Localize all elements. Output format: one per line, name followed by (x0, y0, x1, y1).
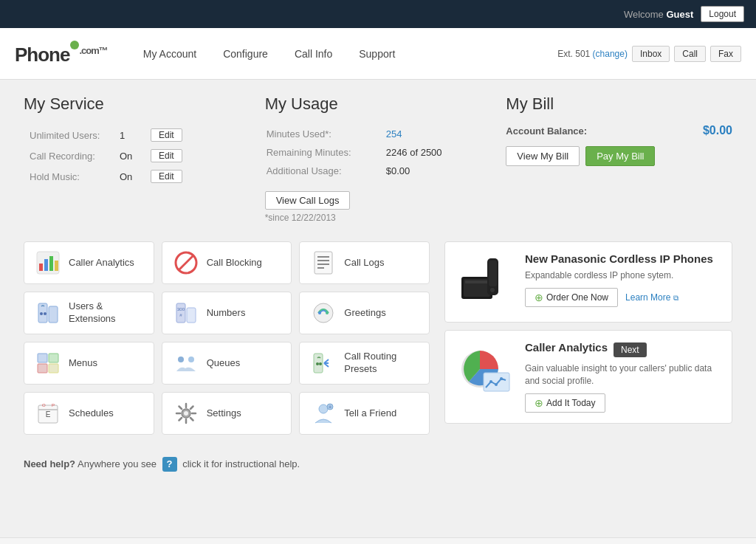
tile-numbers[interactable]: 300 # Numbers (162, 292, 292, 334)
tile-label-greetings: Greetings (344, 307, 385, 320)
tile-label-numbers: Numbers (207, 307, 246, 320)
edit-button-0[interactable]: Edit (151, 128, 182, 142)
tile-tell-a-friend[interactable]: + Tell a Friend (299, 392, 430, 435)
svg-point-22 (326, 311, 329, 314)
tile-queues[interactable]: Queues (162, 342, 292, 385)
svg-rect-26 (49, 364, 58, 373)
tile-label-queues: Queues (207, 357, 241, 370)
usage-label-0: Minutes Used*: (267, 125, 385, 142)
tile-label-caller-analytics: Caller Analytics (69, 257, 134, 269)
top-bar: Welcome Guest Logout (0, 0, 756, 28)
promo-panasonic: New Panasonic Cordless IP Phones Expanda… (444, 241, 732, 323)
add-it-today-button[interactable]: ⊕ Add It Today (525, 393, 605, 413)
table-row: Hold Music: On Edit (25, 167, 249, 186)
tile-greetings[interactable]: Greetings (299, 292, 430, 334)
help-suffix: click it for instructional help. (182, 458, 300, 469)
view-bill-button[interactable]: View My Bill (506, 146, 580, 166)
bill-buttons: View My Bill Pay My Bill (506, 146, 732, 166)
edit-button-2[interactable]: Edit (151, 170, 182, 183)
usage-value-0: 254 (386, 125, 490, 142)
friend-icon: + (310, 400, 337, 427)
tile-caller-analytics[interactable]: Caller Analytics (24, 241, 154, 284)
change-ext[interactable]: (change) (593, 49, 628, 59)
service-table: Unlimited Users: 1 Edit Call Recording: … (24, 124, 250, 187)
svg-rect-15 (49, 306, 58, 323)
svg-point-39 (319, 404, 328, 413)
usage-label-2: Additional Usage: (267, 162, 385, 179)
nav-my-account[interactable]: My Account (130, 28, 210, 80)
table-row: Remaining Minutes: 2246 of 2500 (267, 144, 490, 161)
tile-label-schedules: Schedules (69, 407, 114, 420)
main-nav: My Account Configure Call Info Support (130, 28, 557, 80)
svg-rect-1 (39, 264, 43, 271)
call-blocking-icon (173, 249, 199, 276)
routing-icon (310, 350, 337, 376)
content-wrapper: My Service Unlimited Users: 1 Edit Call … (0, 80, 756, 523)
svg-rect-3 (49, 256, 53, 271)
edit-button-1[interactable]: Edit (151, 149, 182, 162)
tile-call-routing[interactable]: Call Routing Presets (299, 342, 430, 385)
help-text: Anywhere you see (78, 458, 159, 469)
tile-settings[interactable]: Settings (162, 392, 292, 435)
my-bill-title: My Bill (506, 94, 732, 114)
usage-value-2: $0.00 (386, 162, 490, 179)
svg-rect-2 (44, 259, 48, 271)
numbers-icon: 300 # (173, 300, 199, 326)
nav-support[interactable]: Support (346, 28, 408, 80)
greetings-icon (310, 300, 337, 326)
svg-point-50 (489, 380, 492, 383)
dashboard-bottom: Caller Analytics Call Blocking (24, 241, 732, 435)
svg-point-30 (316, 362, 319, 365)
add-plus-icon: ⊕ (535, 397, 543, 409)
nav-configure[interactable]: Configure (210, 28, 281, 80)
pay-bill-button[interactable]: Pay My Bill (585, 146, 655, 166)
inbox-button[interactable]: Inbox (632, 46, 670, 62)
schedules-icon: O P E (35, 400, 61, 427)
ext-info: Ext. 501 (change) (557, 49, 628, 59)
svg-point-38 (184, 411, 188, 416)
view-call-logs-button[interactable]: View Call Logs (265, 191, 351, 210)
help-section: Need help? Anywhere you see ? click it f… (24, 450, 732, 479)
svg-text:P: P (52, 403, 55, 407)
order-now-button[interactable]: ⊕ Order One Now (525, 288, 618, 307)
tile-call-blocking[interactable]: Call Blocking (162, 241, 292, 284)
service-value-2: On (115, 167, 145, 186)
call-button[interactable]: Call (674, 46, 706, 62)
menus-icon (35, 350, 61, 376)
analytics-icon (35, 249, 61, 276)
next-button[interactable]: Next (614, 342, 647, 357)
svg-text:300: 300 (177, 307, 185, 311)
svg-point-28 (188, 357, 194, 362)
panasonic-desc: Expandable cordless IP phone sytem. (525, 269, 721, 282)
header: Phone.com™ My Account Configure Call Inf… (0, 28, 756, 80)
logout-button[interactable]: Logout (701, 6, 744, 22)
welcome-text: Welcome Guest (624, 9, 693, 20)
external-link-icon: ⧉ (673, 294, 678, 302)
learn-more-link[interactable]: Learn More ⧉ (625, 292, 678, 303)
plus-icon: ⊕ (535, 292, 543, 303)
tile-label-tell-a-friend: Tell a Friend (344, 407, 396, 420)
tile-users-extensions[interactable]: Users & Extensions (24, 292, 154, 334)
svg-point-14 (44, 312, 47, 315)
footer: Copyright © 2007-2013 Phone.com, Inc. Al… (0, 537, 756, 544)
promo-analytics: Caller Analytics Next Gain valuable insi… (444, 330, 732, 424)
panasonic-title: New Panasonic Cordless IP Phones (525, 252, 721, 265)
svg-rect-49 (484, 373, 509, 391)
promo-section: New Panasonic Cordless IP Phones Expanda… (444, 241, 732, 435)
usage-label-1: Remaining Minutes: (267, 144, 385, 161)
logo-dot (70, 41, 79, 49)
logo: Phone.com™ (15, 41, 108, 66)
analytics-title-row: Caller Analytics Next (525, 341, 721, 358)
logo-text: Phone.com™ (15, 41, 108, 66)
svg-point-51 (495, 383, 498, 386)
service-label-0: Unlimited Users: (25, 125, 114, 145)
svg-text:O: O (42, 403, 46, 407)
tile-schedules[interactable]: O P E Schedules (24, 392, 154, 435)
my-usage-title: My Usage (265, 94, 492, 114)
main-content: My Service Unlimited Users: 1 Edit Call … (9, 80, 747, 494)
tile-menus[interactable]: Menus (24, 342, 154, 385)
tile-call-logs[interactable]: Call Logs (299, 241, 430, 284)
fax-button[interactable]: Fax (710, 46, 741, 62)
svg-rect-25 (38, 364, 47, 373)
nav-call-info[interactable]: Call Info (281, 28, 346, 80)
